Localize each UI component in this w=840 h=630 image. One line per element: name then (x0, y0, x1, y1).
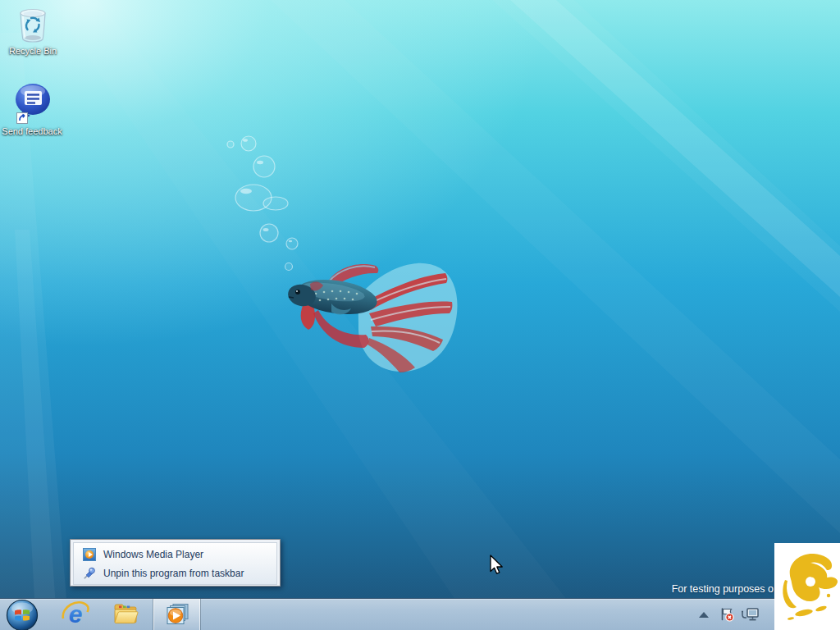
send-feedback-label: Send feedback (0, 126, 64, 137)
network-icon[interactable] (741, 608, 759, 622)
windows-media-player-icon (165, 602, 189, 627)
send-feedback-icon (11, 82, 53, 125)
taskbar-button-internet-explorer[interactable]: e (57, 599, 92, 630)
unpin-icon (83, 567, 96, 580)
taskbar: e (0, 598, 840, 630)
wmp-jumplist-inner: Windows Media Player Unpin this program … (73, 542, 277, 585)
wmp-icon (83, 548, 96, 561)
recycle-bin-label: Recycle Bin (1, 46, 65, 57)
internet-explorer-icon: e (60, 600, 89, 629)
wmp-jumplist-menu: Windows Media Player Unpin this program … (70, 539, 281, 587)
recycle-bin-icon (15, 5, 51, 44)
action-center-flag-icon[interactable] (719, 607, 734, 622)
gold-swirl-logo (774, 543, 840, 630)
desktop: Recycle Bin Send feedback For tes (0, 0, 840, 630)
jumplist-item-unpin[interactable]: Unpin this program from taskbar (77, 564, 273, 582)
desktop-icon-recycle-bin[interactable]: Recycle Bin (1, 5, 65, 57)
taskbar-button-windows-media-player[interactable] (153, 599, 201, 630)
folder-explorer-icon (112, 602, 139, 627)
start-button[interactable] (3, 599, 41, 630)
jumplist-item-windows-media-player[interactable]: Windows Media Player (77, 545, 273, 564)
show-hidden-icons-button[interactable] (699, 612, 709, 618)
jumplist-item-label: Windows Media Player (103, 549, 203, 560)
testing-watermark-text: For testing purposes o (672, 583, 774, 595)
windows-start-orb-icon (5, 598, 39, 630)
mouse-cursor (490, 555, 509, 578)
taskbar-button-windows-explorer[interactable] (108, 599, 143, 630)
gold-swirl-logo-overlay (774, 543, 840, 630)
desktop-icon-send-feedback[interactable]: Send feedback (0, 82, 64, 137)
desktop-wallpaper (0, 0, 840, 630)
jumplist-item-label: Unpin this program from taskbar (103, 568, 244, 579)
system-tray (699, 599, 765, 630)
